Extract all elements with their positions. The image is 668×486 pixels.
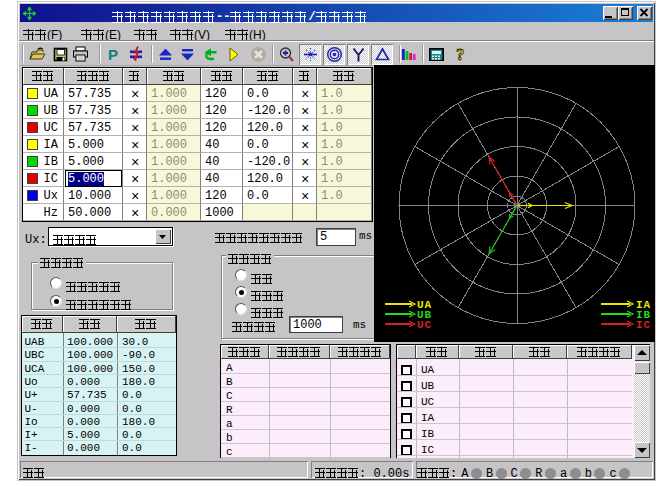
- svg-text:IC: IC: [636, 319, 651, 331]
- svg-text:?: ?: [456, 46, 465, 63]
- svg-text:P: P: [108, 46, 118, 63]
- svg-text:UC: UC: [417, 319, 432, 331]
